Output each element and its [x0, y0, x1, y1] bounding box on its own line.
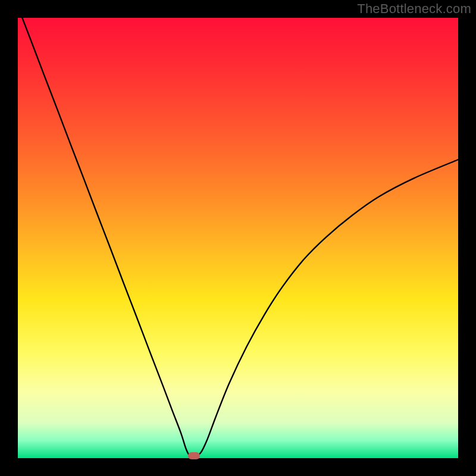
watermark-text: TheBottleneck.com: [357, 1, 471, 17]
bottleneck-curve: [22, 18, 458, 456]
minimum-marker: [188, 452, 200, 459]
curve-svg: [18, 18, 458, 458]
plot-area: [18, 18, 458, 458]
chart-frame: TheBottleneck.com: [0, 0, 476, 476]
